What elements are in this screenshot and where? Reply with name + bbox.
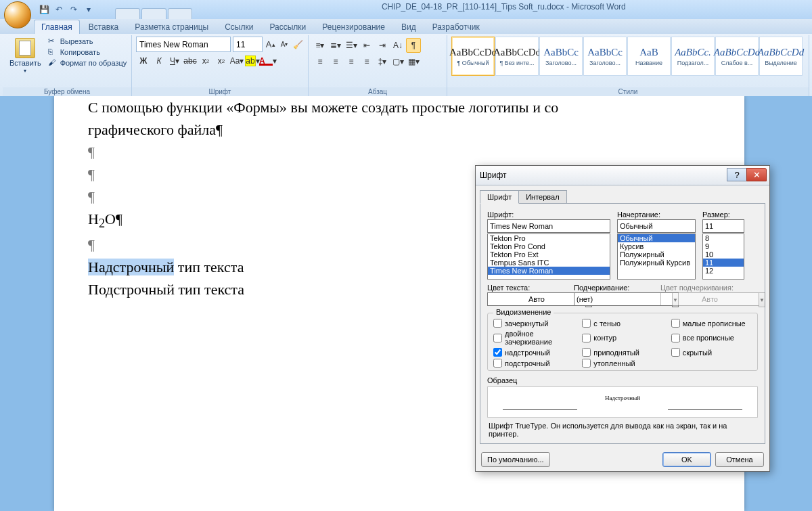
tab-review[interactable]: Рецензирование <box>315 20 392 34</box>
chk-superscript[interactable]: надстрочный <box>493 348 574 357</box>
underline-button[interactable]: Ч▾ <box>167 53 182 68</box>
bold-button[interactable]: Ж <box>136 53 151 68</box>
bullets-button[interactable]: ≡▾ <box>313 38 328 53</box>
tab-view[interactable]: Вид <box>394 20 424 34</box>
preview-text: Надстрочный <box>605 395 640 401</box>
font-list[interactable]: Tekton ProTekton Pro CondTekton Pro ExtT… <box>487 234 610 280</box>
bg-tab[interactable] <box>141 8 166 19</box>
save-icon[interactable]: 💾 <box>38 3 50 16</box>
numbering-button[interactable]: ≣▾ <box>328 38 343 53</box>
font-color-button[interactable]: A▾ <box>261 53 275 68</box>
chevron-down-icon: ▾ <box>24 68 26 74</box>
style-list[interactable]: ОбычныйКурсивПолужирныйПолужирный Курсив <box>617 234 696 280</box>
group-label: Шрифт <box>132 87 308 96</box>
ok-button[interactable]: OK <box>662 452 711 467</box>
style-item[interactable]: AaBНазвание <box>627 37 671 76</box>
font-style-field[interactable] <box>617 219 696 233</box>
align-right-button[interactable]: ≡ <box>344 54 359 69</box>
ribbon-tabs: Главная Вставка Разметка страницы Ссылки… <box>0 19 812 34</box>
dialog-title: Шрифт <box>480 171 506 180</box>
dialog-titlebar[interactable]: Шрифт ? ✕ <box>476 166 769 185</box>
style-item[interactable]: AaBbCc.Подзагол... <box>671 37 715 76</box>
cut-button[interactable]: ✂Вырезать <box>48 37 127 46</box>
office-button[interactable] <box>4 1 31 28</box>
chk-outline[interactable]: контур <box>582 330 662 346</box>
format-painter-button[interactable]: 🖌Формат по образцу <box>48 58 127 68</box>
sort-button[interactable]: A↓ <box>390 38 405 53</box>
style-item[interactable]: AaBbCcDdСлабое в... <box>715 37 759 76</box>
copy-icon: ⎘ <box>48 47 58 57</box>
font-name-field[interactable] <box>487 219 610 233</box>
group-font: A▴ A▾ 🧹 Ж К Ч▾ abc x2 x2 Aa▾ ab▾ A▾ Шриф… <box>132 35 309 96</box>
chk-hidden[interactable]: скрытый <box>671 348 752 357</box>
highlight-button[interactable]: ab▾ <box>245 53 260 68</box>
bg-tab[interactable] <box>115 8 140 19</box>
undo-icon[interactable]: ↶ <box>53 3 65 16</box>
superscript-button[interactable]: x2 <box>214 53 229 68</box>
grow-font-button[interactable]: A▴ <box>265 37 276 52</box>
outdent-button[interactable]: ⇤ <box>359 38 374 53</box>
chk-engrave[interactable]: утопленный <box>582 359 662 368</box>
shrink-font-button[interactable]: A▾ <box>278 37 290 52</box>
chk-strike[interactable]: зачеркнутый <box>493 319 574 328</box>
align-left-button[interactable]: ≡ <box>313 54 328 69</box>
redo-icon[interactable]: ↷ <box>68 3 80 16</box>
chk-allcaps[interactable]: все прописные <box>671 330 752 346</box>
tab-spacing[interactable]: Интервал <box>518 190 566 204</box>
justify-button[interactable]: ≡ <box>359 54 374 69</box>
font-size-input[interactable] <box>233 37 263 52</box>
tab-developer[interactable]: Разработчик <box>425 20 487 34</box>
hint-text: Шрифт TrueType. Он используется для выво… <box>489 422 757 438</box>
selected-text: Надстрочный <box>88 259 174 275</box>
borders-button[interactable]: ▦▾ <box>406 54 421 69</box>
chk-dstrike[interactable]: двойное зачеркивание <box>493 330 574 346</box>
tab-layout[interactable]: Разметка страницы <box>127 20 216 34</box>
dialog-footer: По умолчанию... OK Отмена <box>476 448 769 471</box>
font-color-combo[interactable]: ▼ <box>487 292 567 307</box>
clear-format-button[interactable]: 🧹 <box>292 37 304 52</box>
copy-button[interactable]: ⎘Копировать <box>48 47 127 57</box>
style-item[interactable]: AaBbCcDd¶ Обычный <box>451 37 495 76</box>
subscript-text: 2 <box>99 217 105 230</box>
tab-references[interactable]: Ссылки <box>217 20 261 34</box>
style-item[interactable]: AaBbCcDd¶ Без инте... <box>495 37 539 76</box>
chevron-down-icon: ▼ <box>759 292 765 307</box>
tab-home[interactable]: Главная <box>34 20 80 34</box>
close-button[interactable]: ✕ <box>746 168 767 181</box>
shading-button[interactable]: ▢▾ <box>390 54 405 69</box>
tab-insert[interactable]: Вставка <box>81 20 127 34</box>
chk-shadow[interactable]: с тенью <box>582 319 662 328</box>
group-label: Стили <box>447 87 809 96</box>
paste-button[interactable]: Вставить ▾ <box>7 37 44 87</box>
tab-font[interactable]: Шрифт <box>480 190 519 204</box>
brush-icon: 🖌 <box>48 58 58 68</box>
multilevel-button[interactable]: ☰▾ <box>344 38 359 53</box>
align-center-button[interactable]: ≡ <box>328 54 343 69</box>
chk-emboss[interactable]: приподнятый <box>582 348 662 357</box>
show-marks-button[interactable]: ¶ <box>406 38 421 53</box>
line-spacing-button[interactable]: ‡▾ <box>375 54 390 69</box>
subscript-button[interactable]: x2 <box>198 53 213 68</box>
default-button[interactable]: По умолчанию... <box>481 452 550 467</box>
qat-more-icon[interactable]: ▾ <box>83 3 95 16</box>
underline-combo[interactable]: ▼ <box>574 292 654 307</box>
indent-button[interactable]: ⇥ <box>375 38 390 53</box>
bg-tab[interactable] <box>168 8 193 19</box>
style-item[interactable]: AaBbCcЗаголово... <box>583 37 627 76</box>
font-name-input[interactable] <box>136 37 231 52</box>
font-size-field[interactable] <box>702 219 744 233</box>
strike-button[interactable]: abc <box>183 53 198 68</box>
tab-mailings[interactable]: Рассылки <box>262 20 313 34</box>
help-button[interactable]: ? <box>727 168 747 181</box>
style-item[interactable]: AaBbCcЗаголово... <box>539 37 583 76</box>
chk-smallcaps[interactable]: малые прописные <box>671 319 752 328</box>
chk-subscript[interactable]: подстрочный <box>493 359 574 368</box>
label-font: Шрифт: <box>487 210 610 219</box>
style-item[interactable]: AaBbCcDdВыделение <box>759 37 803 76</box>
label-style: Начертание: <box>617 210 696 219</box>
change-case-button[interactable]: Aa▾ <box>229 53 244 68</box>
cancel-button[interactable]: Отмена <box>715 452 764 467</box>
size-list[interactable]: 89101112 <box>702 234 744 280</box>
italic-button[interactable]: К <box>152 53 166 68</box>
body-text: H <box>88 210 99 227</box>
